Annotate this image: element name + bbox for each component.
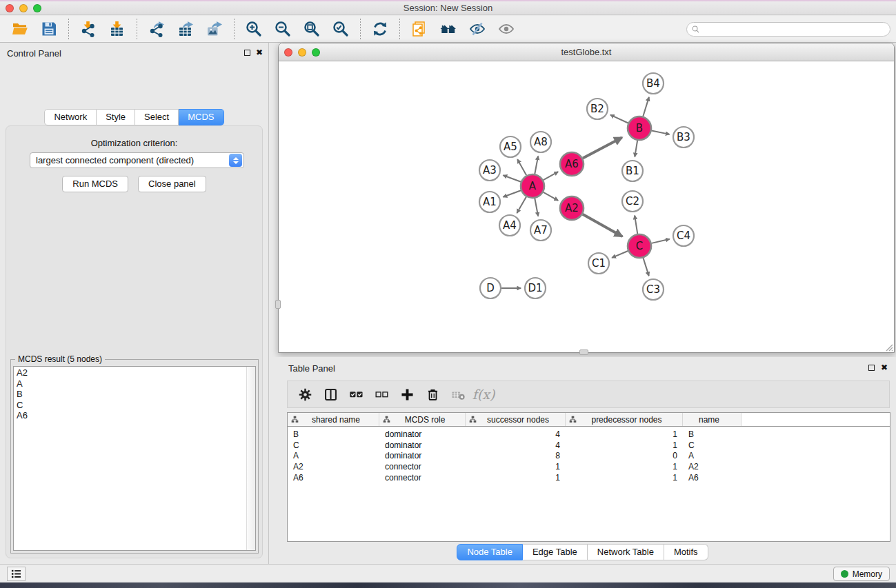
table-cell[interactable]: C <box>288 440 379 450</box>
gear-button[interactable] <box>295 384 315 405</box>
graph-node-B2[interactable]: B2 <box>587 99 608 119</box>
search-box[interactable] <box>686 22 890 37</box>
import-network-button[interactable] <box>76 18 101 40</box>
window-resize-grip[interactable] <box>884 342 893 352</box>
float-table-panel-icon[interactable] <box>868 365 875 371</box>
graph-node-A5[interactable]: A5 <box>500 136 521 157</box>
close-panel-button[interactable]: Close panel <box>138 176 206 192</box>
zoom-in-button[interactable] <box>241 18 266 40</box>
criterion-dropdown[interactable]: largest connected component (directed) <box>30 152 244 168</box>
graph-node-A6[interactable]: A6 <box>560 152 584 176</box>
column-header-successor-nodes[interactable]: successor nodes <box>466 413 566 426</box>
graph-node-C4[interactable]: C4 <box>673 225 694 246</box>
table-cell[interactable]: 8 <box>466 451 566 460</box>
graph-node-A1[interactable]: A1 <box>479 192 500 212</box>
tab-network[interactable]: Network <box>44 109 97 125</box>
zoom-out-button[interactable] <box>270 18 295 40</box>
export-network-button[interactable] <box>144 18 169 40</box>
graph-node-C[interactable]: C <box>628 234 651 258</box>
tab-edge-table[interactable]: Edge Table <box>523 544 588 560</box>
network-window-titlebar[interactable]: testGlobe.txt <box>279 43 894 61</box>
table-cell[interactable]: dominator <box>379 440 466 450</box>
graph-node-A3[interactable]: A3 <box>479 160 500 181</box>
table-cell[interactable]: 1 <box>466 462 566 472</box>
table-row[interactable]: Adominator80A <box>288 450 890 461</box>
float-panel-icon[interactable] <box>244 50 250 56</box>
graph-node-A8[interactable]: A8 <box>530 132 551 152</box>
graph-node-B[interactable]: B <box>628 116 651 140</box>
show-panel-button[interactable] <box>494 18 519 40</box>
table-cell[interactable]: connector <box>379 473 466 483</box>
result-list-item[interactable]: C <box>17 400 246 411</box>
network-canvas[interactable]: B4B2BB3A5A8A6B1A3AC2A1A2A4A7C4CC1DD1C3 <box>279 61 894 352</box>
table-cell[interactable]: 1 <box>566 473 683 483</box>
table-cell[interactable]: B <box>288 429 379 439</box>
tab-network-table[interactable]: Network Table <box>588 544 664 560</box>
table-row[interactable]: A2connector11A2 <box>288 461 890 472</box>
tab-motifs[interactable]: Motifs <box>664 544 708 560</box>
graph-node-B4[interactable]: B4 <box>643 73 664 94</box>
table-cell[interactable]: dominator <box>379 451 466 460</box>
columns-button[interactable] <box>320 384 341 405</box>
column-header-shared-name[interactable]: shared name <box>288 413 379 426</box>
graph-node-A[interactable]: A <box>521 174 544 198</box>
table-cell[interactable]: 1 <box>566 440 683 450</box>
graph-node-C3[interactable]: C3 <box>643 279 664 300</box>
tab-mcds[interactable]: MCDS <box>179 109 223 125</box>
result-list-item[interactable]: A6 <box>17 410 246 421</box>
import-table-button[interactable] <box>105 18 130 40</box>
table-cell[interactable]: 4 <box>466 440 566 450</box>
table-cell[interactable]: B <box>683 429 741 439</box>
add-button[interactable] <box>397 384 417 405</box>
open-file-button[interactable] <box>8 18 32 40</box>
table-cell[interactable]: A6 <box>683 473 741 483</box>
hide-panel-button[interactable] <box>465 18 490 40</box>
table-cell[interactable]: 0 <box>566 451 683 460</box>
table-cell[interactable]: A6 <box>288 473 379 483</box>
graph-node-D[interactable]: D <box>480 278 501 298</box>
run-mcds-button[interactable]: Run MCDS <box>62 176 128 192</box>
column-header-name[interactable]: name <box>683 413 741 426</box>
column-header-predecessor-nodes[interactable]: predecessor nodes <box>566 413 683 426</box>
result-list-item[interactable]: A <box>17 378 246 389</box>
close-panel-icon[interactable]: ✖ <box>256 48 263 57</box>
graph-node-B1[interactable]: B1 <box>622 161 643 181</box>
network-graph[interactable]: B4B2BB3A5A8A6B1A3AC2A1A2A4A7C4CC1DD1C3 <box>279 61 894 352</box>
result-list-scrollbar[interactable] <box>246 367 255 550</box>
close-table-panel-icon[interactable]: ✖ <box>881 363 888 372</box>
graph-node-C2[interactable]: C2 <box>622 191 643 212</box>
export-table-button[interactable] <box>173 18 198 40</box>
deselect-all-button[interactable] <box>371 384 392 405</box>
home-button[interactable] <box>436 18 461 40</box>
table-cell[interactable]: 4 <box>466 429 566 439</box>
tab-select[interactable]: Select <box>135 109 179 125</box>
graph-node-C1[interactable]: C1 <box>588 253 609 274</box>
table-cell[interactable]: A <box>683 451 741 460</box>
graph-node-A7[interactable]: A7 <box>530 220 551 241</box>
table-row[interactable]: A6connector11A6 <box>288 472 890 483</box>
column-header-MCDS-role[interactable]: MCDS role <box>379 413 466 426</box>
zoom-selected-button[interactable] <box>328 18 353 40</box>
splitter-handle-left[interactable] <box>275 300 281 309</box>
search-input[interactable] <box>700 23 886 34</box>
table-row[interactable]: Cdominator41C <box>288 440 890 451</box>
table-cell[interactable]: A2 <box>683 462 741 472</box>
clone-network-button[interactable] <box>407 18 432 40</box>
task-history-button[interactable] <box>7 567 26 581</box>
graph-node-A2[interactable]: A2 <box>560 196 584 220</box>
graph-node-B3[interactable]: B3 <box>673 127 694 148</box>
tab-style[interactable]: Style <box>97 109 135 125</box>
table-cell[interactable]: 1 <box>566 462 683 472</box>
select-all-button[interactable] <box>346 384 366 405</box>
refresh-button[interactable] <box>368 18 392 40</box>
graph-node-D1[interactable]: D1 <box>525 278 546 298</box>
save-session-button[interactable] <box>37 18 61 40</box>
tab-node-table[interactable]: Node Table <box>457 544 523 560</box>
memory-button[interactable]: Memory <box>833 567 890 581</box>
splitter-handle-bottom[interactable] <box>579 349 588 355</box>
result-list-item[interactable]: A2 <box>17 367 246 378</box>
table-cell[interactable]: 1 <box>566 429 683 439</box>
table-cell[interactable]: dominator <box>379 429 466 439</box>
table-cell[interactable]: connector <box>379 462 466 472</box>
table-cell[interactable]: C <box>683 440 741 450</box>
